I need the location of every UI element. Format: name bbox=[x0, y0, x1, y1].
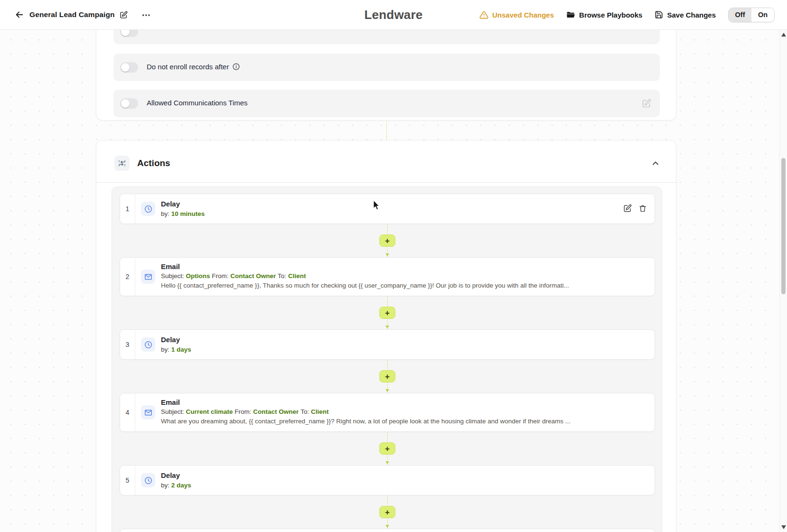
step-type-label: Delay bbox=[161, 336, 180, 344]
email-to: Client bbox=[288, 272, 306, 280]
email-from: Contact Owner bbox=[230, 272, 276, 280]
row-hover-actions bbox=[623, 204, 647, 213]
toggle-knob bbox=[121, 63, 130, 72]
workflow-canvas: Do not enroll records after Allowed Comm… bbox=[0, 30, 787, 532]
save-floppy-icon bbox=[655, 10, 663, 19]
connector-arrow-icon bbox=[385, 326, 389, 328]
by-label: by: bbox=[161, 346, 169, 353]
subject-label: Subject: bbox=[161, 272, 184, 280]
clipped-setting-toggle[interactable] bbox=[120, 30, 138, 37]
do-not-enroll-toggle[interactable] bbox=[120, 62, 138, 73]
email-subject: Options bbox=[186, 272, 210, 280]
connector-arrow-icon bbox=[385, 461, 389, 464]
clock-icon bbox=[141, 202, 155, 216]
scroll-up-arrow-icon[interactable] bbox=[781, 33, 786, 37]
setting-row-clipped bbox=[113, 30, 660, 44]
edit-pencil-icon bbox=[120, 11, 128, 19]
browse-playbooks-label: Browse Playbooks bbox=[579, 11, 642, 19]
step-number: 2 bbox=[120, 258, 135, 296]
back-arrow-icon bbox=[14, 9, 25, 20]
app-title: Lendware bbox=[365, 8, 423, 22]
add-step-button-4[interactable]: + bbox=[379, 442, 395, 455]
email-body-preview: What are you dreaming about, {{ contact_… bbox=[161, 418, 640, 425]
to-label: To: bbox=[300, 408, 309, 415]
add-step-button-2[interactable]: + bbox=[379, 307, 395, 319]
step-type-label: Delay bbox=[161, 200, 180, 208]
info-icon[interactable] bbox=[232, 63, 240, 71]
email-envelope-icon bbox=[141, 405, 155, 420]
step-number: 5 bbox=[120, 466, 135, 495]
delete-step-button[interactable] bbox=[638, 204, 647, 213]
vertical-scrollbar[interactable] bbox=[779, 30, 787, 532]
top-bar: General Lead Campaign ⋯ Lendware Unsaved… bbox=[0, 0, 787, 30]
scroll-down-arrow-icon[interactable] bbox=[781, 525, 786, 529]
scrollbar-thumb[interactable] bbox=[781, 158, 786, 294]
add-step-button-1[interactable]: + bbox=[379, 234, 395, 247]
step-number: 1 bbox=[120, 194, 135, 224]
power-on-option[interactable]: On bbox=[751, 8, 774, 22]
edit-pencil-icon bbox=[623, 204, 632, 213]
allowed-times-label: Allowed Communications Times bbox=[147, 99, 248, 107]
connector-arrow-icon bbox=[385, 389, 389, 392]
trash-icon bbox=[638, 204, 647, 213]
actions-workflow-icon bbox=[114, 156, 130, 171]
step-number: 4 bbox=[120, 393, 135, 431]
action-steps-container: 1 Delay by: 10 minutes bbox=[112, 187, 662, 532]
email-from: Contact Owner bbox=[253, 408, 299, 415]
email-meta: Subject: Options From: Contact Owner To:… bbox=[161, 272, 306, 280]
edit-step-button[interactable] bbox=[623, 204, 632, 213]
power-off-option[interactable]: Off bbox=[729, 8, 751, 22]
folder-open-icon bbox=[566, 10, 575, 19]
delay-value: 1 days bbox=[171, 346, 191, 353]
toggle-knob bbox=[121, 99, 130, 108]
action-row-delay-5[interactable]: 5 Delay by: 2 days bbox=[120, 465, 655, 495]
connector-arrow-icon bbox=[385, 525, 389, 528]
delay-detail: by: 1 days bbox=[161, 346, 191, 353]
edit-campaign-name-button[interactable] bbox=[120, 11, 128, 19]
email-meta: Subject: Current climate From: Contact O… bbox=[161, 408, 328, 415]
app-window: General Lead Campaign ⋯ Lendware Unsaved… bbox=[0, 0, 787, 532]
email-envelope-icon bbox=[141, 270, 155, 284]
delay-detail: by: 2 days bbox=[161, 482, 191, 489]
subject-label: Subject: bbox=[161, 408, 184, 415]
campaign-power-toggle: Off On bbox=[728, 8, 775, 22]
delay-value: 10 minutes bbox=[171, 210, 205, 217]
toggle-knob bbox=[121, 30, 130, 36]
action-row-delay-1[interactable]: 1 Delay by: 10 minutes bbox=[120, 194, 655, 224]
unsaved-changes-badge: Unsaved Changes bbox=[479, 10, 554, 19]
actions-section-title: Actions bbox=[137, 158, 170, 168]
add-step-button-3[interactable]: + bbox=[379, 370, 395, 383]
edit-pencil-icon bbox=[642, 99, 651, 108]
back-button[interactable] bbox=[14, 9, 25, 20]
action-row-partial[interactable] bbox=[120, 529, 655, 532]
from-label: From: bbox=[212, 272, 228, 280]
action-row-delay-3[interactable]: 3 Delay by: 1 days bbox=[120, 329, 655, 360]
email-subject: Current climate bbox=[186, 408, 233, 415]
setting-row-allowed-times: Allowed Communications Times bbox=[113, 90, 660, 117]
more-options-button[interactable]: ⋯ bbox=[142, 9, 151, 20]
step-number: 3 bbox=[120, 330, 135, 359]
do-not-enroll-label: Do not enroll records after bbox=[147, 63, 229, 71]
to-label: To: bbox=[278, 272, 286, 280]
email-to: Client bbox=[311, 408, 329, 415]
by-label: by: bbox=[161, 210, 169, 217]
dashed-separator bbox=[96, 182, 676, 183]
unsaved-changes-label: Unsaved Changes bbox=[492, 11, 554, 19]
browse-playbooks-button[interactable]: Browse Playbooks bbox=[566, 10, 642, 19]
clock-icon bbox=[141, 473, 155, 487]
action-row-email-4[interactable]: 4 Email Subject: Current climate From: C… bbox=[120, 393, 655, 432]
delay-detail: by: 10 minutes bbox=[161, 210, 205, 217]
action-row-email-2[interactable]: 2 Email Subject: Options From: Contact O… bbox=[120, 257, 655, 296]
allowed-times-toggle[interactable] bbox=[120, 98, 138, 109]
allowed-times-edit-button[interactable] bbox=[642, 99, 651, 108]
actions-card: Actions 1 Delay by: 10 minutes bbox=[96, 140, 676, 532]
step-type-label: Email bbox=[161, 262, 180, 271]
collapse-actions-button[interactable] bbox=[651, 159, 660, 168]
warning-triangle-icon bbox=[479, 10, 488, 19]
clock-icon bbox=[141, 337, 155, 352]
campaign-settings-card: Do not enroll records after Allowed Comm… bbox=[96, 30, 676, 121]
save-changes-button[interactable]: Save Changes bbox=[655, 10, 716, 19]
add-step-button-5[interactable]: + bbox=[379, 506, 395, 518]
by-label: by: bbox=[161, 482, 169, 489]
campaign-name: General Lead Campaign bbox=[29, 10, 115, 19]
